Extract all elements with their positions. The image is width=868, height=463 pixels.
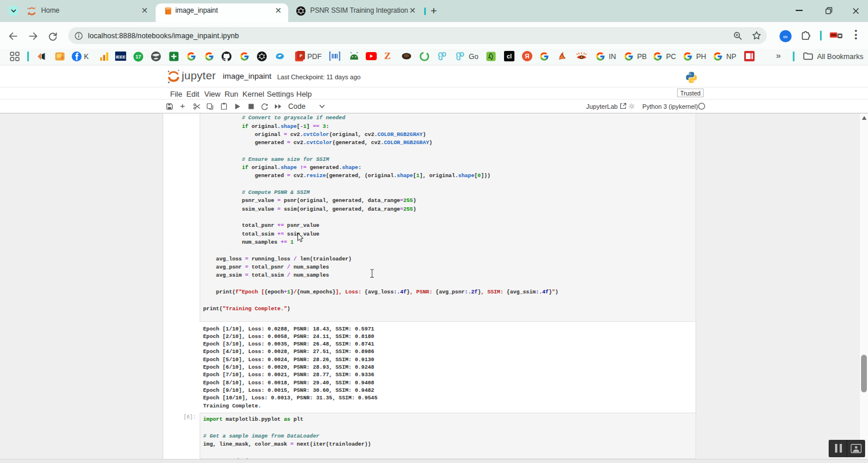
svg-text:cl: cl (507, 53, 512, 60)
svg-text:IEEE: IEEE (116, 54, 126, 60)
svg-text:Я: Я (525, 53, 529, 60)
svg-text:P: P (300, 54, 303, 58)
svg-text:17: 17 (135, 54, 141, 60)
svg-text:∞: ∞ (784, 33, 788, 40)
